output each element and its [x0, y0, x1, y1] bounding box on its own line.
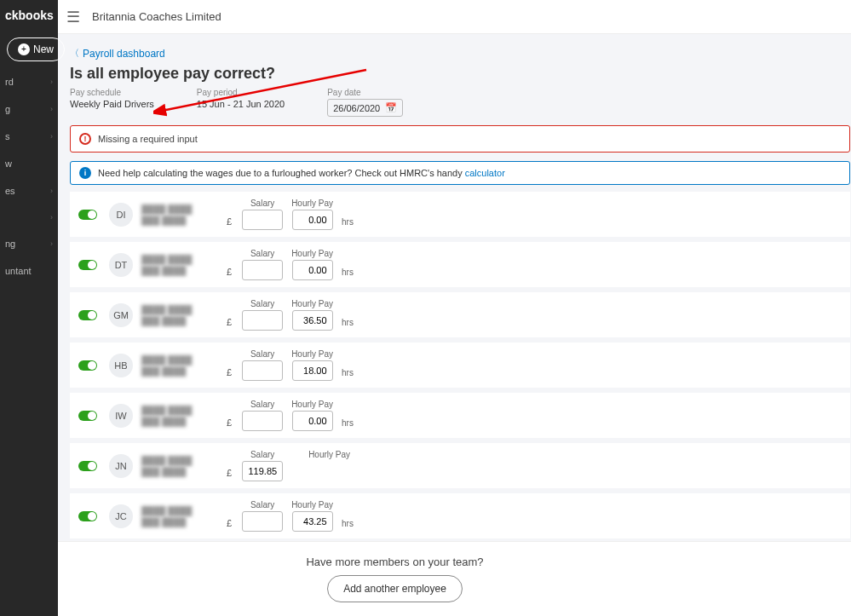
pay-schedule-label: Pay schedule	[70, 88, 154, 97]
sidebar-item-label: w	[5, 158, 12, 169]
hamburger-icon[interactable]: ☰	[66, 8, 80, 26]
hourly-pay-label: Hourly Pay	[308, 450, 350, 459]
salary-input[interactable]	[242, 210, 283, 230]
employee-toggle[interactable]	[78, 310, 97, 320]
pay-schedule: Pay schedule Weekly Paid Drivers	[70, 88, 154, 117]
calendar-icon: 📅	[385, 102, 397, 113]
app-logo: ckbooks	[0, 0, 58, 31]
calculator-link[interactable]: calculator	[465, 168, 505, 178]
employee-name: ████ ████ ███ ████	[141, 254, 201, 276]
info-text: Need help calculating the wages due to a…	[98, 168, 505, 178]
currency-label: £	[227, 216, 232, 230]
sidebar-item[interactable]: rd›	[0, 68, 58, 95]
hourly-pay-label: Hourly Pay	[291, 299, 333, 308]
hrs-label: hrs	[342, 318, 354, 331]
currency-label: £	[227, 468, 232, 481]
sidebar-item-label: es	[5, 186, 15, 196]
hourly-pay-label: Hourly Pay	[291, 199, 333, 208]
currency-label: £	[227, 367, 232, 381]
error-alert: ! Missing a required input	[70, 125, 850, 153]
pay-date-value: 26/06/2020	[333, 103, 380, 113]
sidebar-item[interactable]: w	[0, 150, 58, 177]
sidebar-item[interactable]: g›	[0, 95, 58, 123]
chevron-right-icon: ›	[50, 239, 53, 248]
hourly-pay-label: Hourly Pay	[291, 400, 333, 409]
hourly-pay-label: Hourly Pay	[291, 500, 333, 509]
sidebar-item-label: g	[5, 104, 10, 114]
employee-row: DT ████ ████ ███ ████ £ Salary Hourly Pa…	[70, 242, 850, 287]
employee-toggle[interactable]	[78, 210, 97, 220]
salary-label: Salary	[250, 500, 274, 509]
salary-input[interactable]	[242, 360, 283, 381]
chevron-right-icon: ›	[50, 187, 53, 195]
pay-date-label: Pay date	[327, 88, 403, 97]
back-link[interactable]: 〈 Payroll dashboard	[70, 47, 165, 60]
sidebar-item-label: rd	[5, 77, 14, 87]
sidebar-item[interactable]: es›	[0, 177, 58, 204]
content: 〈 Payroll dashboard Is all employee pay …	[58, 34, 851, 616]
hrs-label: hrs	[342, 217, 354, 230]
employee-name: ████ ████ ███ ████	[141, 354, 201, 377]
topbar: ☰ Britannia Coaches Limited	[58, 0, 851, 34]
sidebar-item[interactable]: ›	[0, 204, 58, 230]
employee-toggle[interactable]	[78, 360, 97, 371]
currency-label: £	[227, 518, 232, 532]
new-button[interactable]: + New	[7, 37, 65, 61]
new-button-label: New	[33, 43, 54, 55]
currency-label: £	[227, 317, 232, 331]
hourly-pay-input[interactable]	[292, 360, 333, 381]
hourly-pay-input[interactable]	[292, 210, 333, 230]
avatar: DT	[109, 253, 133, 277]
avatar: DI	[109, 203, 133, 227]
meta-row: Pay schedule Weekly Paid Drivers Pay per…	[70, 88, 851, 117]
salary-input[interactable]	[242, 411, 283, 431]
employee-row: HB ████ ████ ███ ████ £ Salary Hourly Pa…	[70, 343, 850, 388]
hourly-pay-input[interactable]	[292, 310, 333, 331]
employee-toggle[interactable]	[78, 511, 97, 521]
employee-name: ████ ████ ███ ████	[141, 405, 201, 427]
employee-toggle[interactable]	[78, 260, 97, 270]
hourly-pay-input[interactable]	[292, 511, 333, 532]
pay-date: Pay date 26/06/2020 📅	[327, 88, 403, 117]
salary-input[interactable]	[242, 260, 283, 280]
hourly-pay-input[interactable]	[292, 260, 333, 280]
plus-icon: +	[18, 43, 30, 55]
chevron-right-icon: ›	[50, 213, 53, 222]
sidebar-item[interactable]: untant	[0, 257, 58, 285]
sidebar-item-label: untant	[5, 266, 32, 276]
page-title: Is all employee pay correct?	[70, 65, 851, 83]
add-employee-button[interactable]: Add another employee	[327, 575, 463, 602]
hourly-pay-label: Hourly Pay	[291, 349, 333, 359]
info-banner: i Need help calculating the wages due to…	[70, 161, 850, 185]
salary-input[interactable]	[242, 310, 283, 331]
salary-input[interactable]	[242, 461, 283, 481]
sidebar-item[interactable]: ng›	[0, 230, 58, 257]
hourly-pay-input[interactable]	[292, 411, 333, 431]
sidebar-item-label: s	[5, 131, 10, 141]
avatar: JC	[109, 504, 133, 528]
sidebar-item-label: ng	[5, 239, 15, 249]
back-link-label: Payroll dashboard	[83, 48, 165, 60]
chevron-right-icon: ›	[50, 78, 53, 86]
salary-label: Salary	[250, 349, 274, 359]
chevron-right-icon: ›	[50, 132, 53, 141]
employee-list: DI ████ ████ ███ ████ £ Salary Hourly Pa…	[70, 192, 851, 589]
salary-input[interactable]	[242, 511, 283, 532]
avatar: IW	[109, 404, 133, 428]
salary-label: Salary	[250, 199, 274, 208]
pay-period-value: 15 Jun - 21 Jun 2020	[197, 99, 285, 109]
pay-date-input[interactable]: 26/06/2020 📅	[327, 99, 403, 117]
employee-toggle[interactable]	[78, 461, 97, 471]
hourly-pay-label: Hourly Pay	[291, 249, 333, 258]
pay-period: Pay period 15 Jun - 21 Jun 2020	[197, 88, 285, 117]
employee-name: ████ ████ ███ ████	[141, 304, 201, 326]
avatar: JN	[109, 454, 133, 478]
footer-text: Have more members on your team?	[306, 556, 483, 568]
pay-schedule-value: Weekly Paid Drivers	[70, 99, 154, 109]
employee-toggle[interactable]	[78, 411, 97, 421]
salary-label: Salary	[250, 299, 274, 308]
pay-period-label: Pay period	[197, 88, 285, 97]
alert-text: Missing a required input	[98, 134, 198, 144]
company-name: Britannia Coaches Limited	[92, 10, 221, 23]
sidebar-item[interactable]: s›	[0, 123, 58, 150]
